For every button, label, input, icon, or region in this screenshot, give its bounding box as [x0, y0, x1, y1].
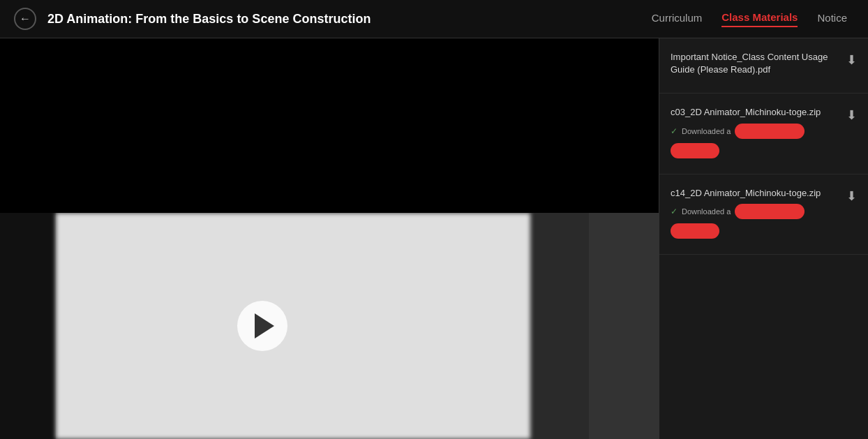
- main-content: Important Notice_Class Content Usage Gui…: [0, 38, 868, 439]
- file-name: Important Notice_Class Content Usage Gui…: [671, 51, 839, 76]
- download-icon[interactable]: ⬇: [846, 188, 857, 204]
- file-info: c14_2D Animator_Michinoku-toge.zip ✓ Dow…: [671, 187, 839, 241]
- play-button[interactable]: [237, 301, 287, 351]
- file-info: Important Notice_Class Content Usage Gui…: [671, 51, 839, 80]
- file-info: c03_2D Animator_Michinoku-toge.zip ✓ Dow…: [671, 106, 839, 161]
- redacted-info-2: [735, 204, 805, 219]
- redacted-info-1: [735, 124, 805, 139]
- download-icon[interactable]: ⬇: [846, 52, 857, 68]
- tab-notice[interactable]: Notice: [817, 12, 847, 27]
- page-title: 2D Animation: From the Basics to Scene C…: [47, 12, 652, 27]
- video-right-panel: [589, 213, 659, 439]
- back-icon: ←: [20, 13, 31, 25]
- downloaded-text: Downloaded a: [682, 127, 731, 135]
- file-name: c14_2D Animator_Michinoku-toge.zip: [671, 187, 839, 200]
- video-frame: [56, 213, 530, 439]
- file-status: ✓ Downloaded a: [671, 204, 839, 219]
- tab-class-materials[interactable]: Class Materials: [721, 11, 798, 27]
- back-button[interactable]: ←: [14, 8, 36, 30]
- header-nav: Curriculum Class Materials Notice: [652, 11, 847, 27]
- redacted-tag-1: [671, 143, 719, 158]
- checkmark-icon: ✓: [671, 126, 678, 136]
- video-left-panel: [0, 213, 56, 439]
- file-status: ✓ Downloaded a: [671, 124, 839, 139]
- download-icon[interactable]: ⬇: [846, 107, 857, 123]
- downloaded-text: Downloaded a: [682, 207, 731, 216]
- header: ← 2D Animation: From the Basics to Scene…: [0, 0, 868, 38]
- video-area: [0, 38, 659, 439]
- video-top-black: [0, 38, 659, 213]
- file-name: c03_2D Animator_Michinoku-toge.zip: [671, 106, 839, 119]
- tab-curriculum[interactable]: Curriculum: [652, 12, 703, 27]
- play-icon: [255, 313, 274, 338]
- video-preview: [0, 213, 659, 439]
- sidebar: Important Notice_Class Content Usage Gui…: [659, 38, 868, 439]
- checkmark-icon: ✓: [671, 207, 678, 216]
- list-item: c03_2D Animator_Michinoku-toge.zip ✓ Dow…: [659, 94, 868, 174]
- list-item: c14_2D Animator_Michinoku-toge.zip ✓ Dow…: [659, 174, 868, 255]
- list-item: Important Notice_Class Content Usage Gui…: [659, 38, 868, 94]
- redacted-tag-2: [671, 223, 719, 239]
